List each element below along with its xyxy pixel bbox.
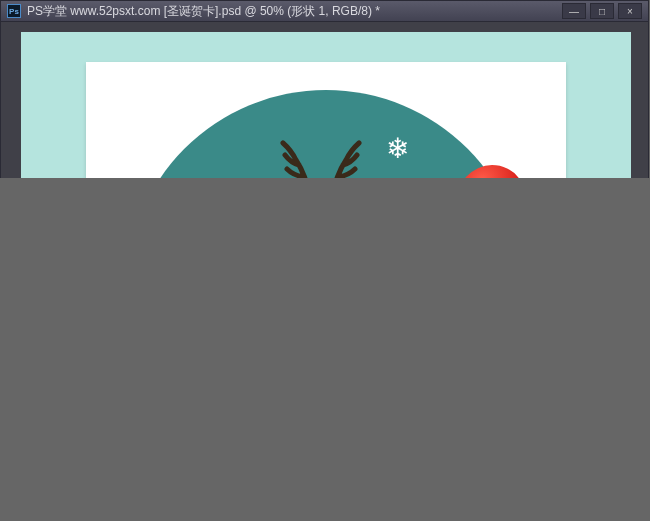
document-canvas[interactable]: ❄ — [21, 32, 631, 200]
window-controls: — □ × — [562, 3, 642, 19]
app-window: Ps PS学堂 www.52psxt.com [圣诞贺卡].psd @ 50% … — [0, 0, 650, 521]
close-button[interactable]: × — [618, 3, 642, 19]
cropped-overlay — [0, 178, 650, 521]
titlebar[interactable]: Ps PS学堂 www.52psxt.com [圣诞贺卡].psd @ 50% … — [0, 0, 649, 22]
snowflake-icon: ❄ — [386, 132, 409, 165]
photoshop-icon: Ps — [7, 4, 21, 18]
maximize-button[interactable]: □ — [590, 3, 614, 19]
hat-pom — [517, 146, 535, 164]
window-title: PS学堂 www.52psxt.com [圣诞贺卡].psd @ 50% (形状… — [27, 3, 380, 20]
minimize-button[interactable]: — — [562, 3, 586, 19]
